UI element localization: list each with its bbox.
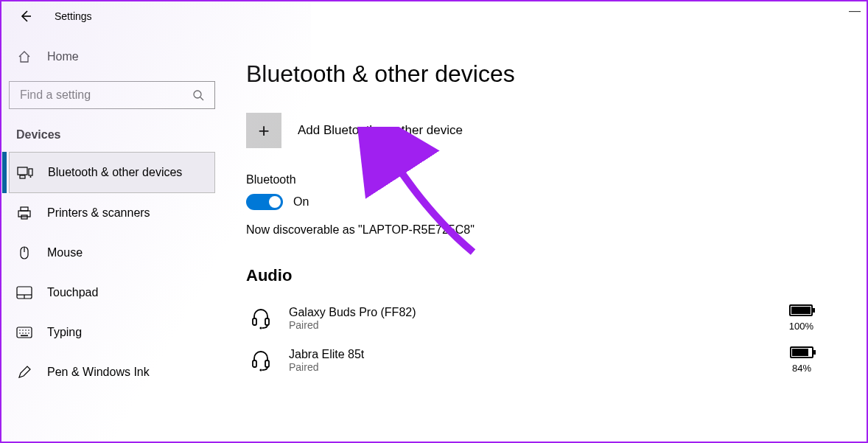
sidebar-item-label: Printers & scanners xyxy=(47,206,150,220)
svg-rect-1 xyxy=(18,167,27,175)
home-nav[interactable]: Home xyxy=(9,38,215,75)
svg-rect-24 xyxy=(265,318,269,325)
bluetooth-devices-icon xyxy=(17,164,33,181)
sidebar-item-bluetooth-devices[interactable]: Bluetooth & other devices xyxy=(9,152,215,193)
category-heading: Devices xyxy=(9,122,215,152)
minimize-button[interactable]: — xyxy=(849,4,861,18)
svg-point-15 xyxy=(22,329,24,331)
battery-indicator: 100% xyxy=(789,304,813,332)
bluetooth-label: Bluetooth xyxy=(246,173,843,186)
sidebar-item-pen[interactable]: Pen & Windows Ink xyxy=(9,352,215,392)
plus-icon: + xyxy=(246,113,281,148)
bluetooth-toggle[interactable] xyxy=(246,194,283,210)
add-device-label: Add Bluetooth or other device xyxy=(298,123,463,138)
device-row[interactable]: Galaxy Buds Pro (FF82)Paired100% xyxy=(246,297,843,339)
svg-point-19 xyxy=(22,332,24,334)
content-pane: Bluetooth & other devices + Add Bluetoot… xyxy=(223,31,867,442)
svg-rect-5 xyxy=(21,207,28,211)
svg-rect-27 xyxy=(265,360,269,367)
svg-rect-26 xyxy=(253,360,256,367)
battery-indicator: 84% xyxy=(790,346,813,374)
touchpad-icon xyxy=(16,285,32,301)
headset-icon xyxy=(246,307,276,329)
home-label: Home xyxy=(47,50,79,63)
svg-point-25 xyxy=(259,327,262,329)
titlebar: Settings — xyxy=(1,1,867,31)
svg-point-16 xyxy=(25,329,27,331)
sidebar-item-touchpad[interactable]: Touchpad xyxy=(9,273,215,313)
audio-heading: Audio xyxy=(246,266,843,285)
sidebar-item-printer[interactable]: Printers & scanners xyxy=(9,193,215,233)
svg-rect-23 xyxy=(253,318,256,325)
arrow-left-icon xyxy=(18,10,32,23)
sidebar-item-keyboard[interactable]: Typing xyxy=(9,313,215,352)
search-placeholder: Find a setting xyxy=(20,88,91,102)
battery-icon xyxy=(790,346,813,358)
battery-percent: 100% xyxy=(789,321,813,332)
svg-rect-3 xyxy=(29,169,32,175)
device-name: Jabra Elite 85t xyxy=(289,348,790,361)
svg-point-21 xyxy=(28,332,29,334)
toggle-state: On xyxy=(293,195,309,209)
svg-rect-2 xyxy=(20,175,25,178)
keyboard-icon xyxy=(16,324,32,341)
svg-rect-6 xyxy=(18,211,30,217)
battery-icon xyxy=(789,304,813,316)
mouse-icon xyxy=(16,245,32,261)
search-icon xyxy=(192,89,204,101)
sidebar-item-label: Touchpad xyxy=(47,286,98,299)
battery-percent: 84% xyxy=(790,363,813,374)
sidebar-item-label: Pen & Windows Ink xyxy=(47,366,150,379)
discoverable-text: Now discoverable as "LAPTOP-R5E725C8" xyxy=(246,223,843,237)
printer-icon xyxy=(16,205,32,221)
svg-point-14 xyxy=(19,329,21,331)
headset-icon xyxy=(246,349,276,372)
home-icon xyxy=(16,49,32,65)
sidebar: Home Find a setting Devices Bluetooth & … xyxy=(1,31,223,442)
back-button[interactable] xyxy=(10,1,40,31)
svg-point-28 xyxy=(259,369,262,371)
add-device-button[interactable]: + Add Bluetooth or other device xyxy=(246,113,843,148)
sidebar-item-label: Typing xyxy=(47,326,82,339)
svg-point-4 xyxy=(30,176,32,178)
search-input[interactable]: Find a setting xyxy=(9,81,215,109)
device-status: Paired xyxy=(289,361,790,373)
svg-point-0 xyxy=(194,91,201,98)
app-title: Settings xyxy=(55,10,92,22)
svg-rect-22 xyxy=(21,335,28,337)
svg-point-18 xyxy=(19,332,21,334)
device-status: Paired xyxy=(289,319,789,331)
pen-icon xyxy=(16,364,32,380)
svg-point-20 xyxy=(25,332,27,334)
sidebar-item-label: Bluetooth & other devices xyxy=(48,166,182,179)
svg-point-17 xyxy=(28,329,29,331)
page-title: Bluetooth & other devices xyxy=(246,60,843,88)
device-name: Galaxy Buds Pro (FF82) xyxy=(289,306,789,319)
device-row[interactable]: Jabra Elite 85tPaired84% xyxy=(246,339,843,381)
sidebar-item-mouse[interactable]: Mouse xyxy=(9,233,215,273)
sidebar-item-label: Mouse xyxy=(47,246,83,259)
